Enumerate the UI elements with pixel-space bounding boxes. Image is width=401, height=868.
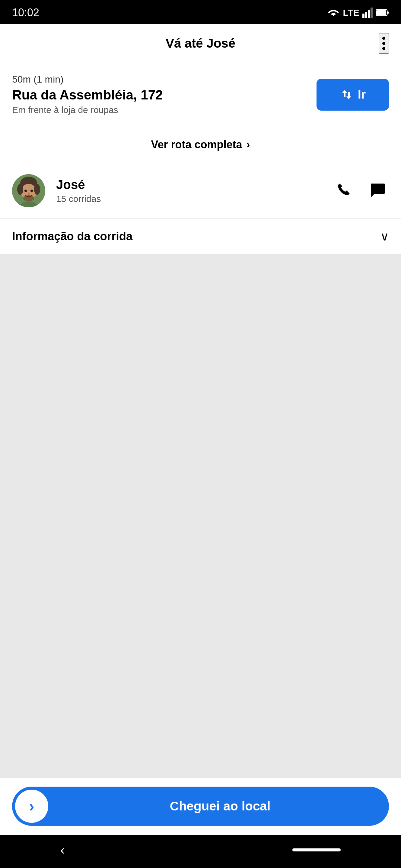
status-time: 10:02	[12, 6, 39, 19]
chevron-right-icon: ›	[247, 138, 250, 151]
route-section[interactable]: Ver rota completa ›	[0, 126, 401, 163]
header-title: Vá até José	[166, 36, 235, 51]
avatar-image	[12, 174, 45, 207]
svg-rect-0	[362, 13, 365, 18]
chat-icon	[370, 182, 386, 198]
app-screen: Vá até José 50m (1 min) Rua da Assembléi…	[0, 24, 401, 835]
lte-label: LTE	[343, 7, 360, 18]
svg-rect-5	[387, 11, 389, 14]
status-bar: 10:02 LTE	[0, 0, 401, 24]
passenger-actions	[334, 179, 389, 203]
svg-point-13	[24, 190, 27, 192]
passenger-name: José	[56, 178, 322, 192]
svg-point-12	[23, 195, 34, 201]
signal-icon	[362, 7, 373, 18]
route-link: Ver rota completa ›	[151, 138, 250, 151]
bottom-section: › Cheguei ao local	[0, 777, 401, 835]
status-icons: LTE	[327, 7, 389, 18]
nav-description: Em frente à loja de roupas	[12, 105, 316, 115]
passenger-section: José 15 corridas	[0, 163, 401, 218]
ride-info-label: Informação da corrida	[12, 230, 133, 243]
svg-point-15	[27, 193, 30, 195]
svg-rect-3	[371, 7, 373, 18]
svg-rect-6	[376, 10, 386, 15]
message-button[interactable]	[367, 179, 389, 203]
passenger-avatar	[12, 174, 45, 207]
more-menu-button[interactable]	[379, 33, 389, 54]
call-button[interactable]	[334, 179, 356, 203]
go-button[interactable]: Ir	[316, 79, 389, 111]
ride-info-section[interactable]: Informação da corrida ∨	[0, 218, 401, 254]
navigation-section: 50m (1 min) Rua da Assembléia, 172 Em fr…	[0, 63, 401, 126]
navigation-info: 50m (1 min) Rua da Assembléia, 172 Em fr…	[12, 74, 316, 115]
battery-icon	[376, 9, 389, 16]
route-link-label: Ver rota completa	[151, 138, 242, 151]
nav-street: Rua da Assembléia, 172	[12, 87, 316, 102]
bottom-nav: ‹	[0, 835, 401, 868]
wifi-icon	[327, 7, 340, 18]
arrived-button-circle: ›	[15, 789, 48, 823]
chevron-down-icon: ∨	[380, 229, 389, 243]
passenger-rides: 15 corridas	[56, 194, 322, 204]
header: Vá até José	[0, 24, 401, 63]
route-arrows-icon	[340, 88, 354, 101]
svg-rect-2	[368, 10, 370, 18]
map-area	[0, 254, 401, 777]
arrived-arrow-icon: ›	[29, 797, 34, 815]
go-button-label: Ir	[358, 88, 366, 101]
svg-point-14	[30, 190, 33, 192]
arrived-button[interactable]: › Cheguei ao local	[12, 786, 389, 826]
svg-rect-1	[365, 12, 367, 18]
back-button[interactable]: ‹	[60, 842, 65, 858]
more-dots-icon	[382, 37, 385, 50]
home-indicator[interactable]	[292, 848, 341, 851]
phone-icon	[337, 182, 353, 198]
svg-point-10	[17, 184, 23, 195]
svg-point-11	[34, 184, 40, 195]
arrived-button-label: Cheguei ao local	[51, 799, 389, 813]
passenger-info: José 15 corridas	[56, 178, 322, 204]
nav-distance: 50m (1 min)	[12, 74, 316, 85]
